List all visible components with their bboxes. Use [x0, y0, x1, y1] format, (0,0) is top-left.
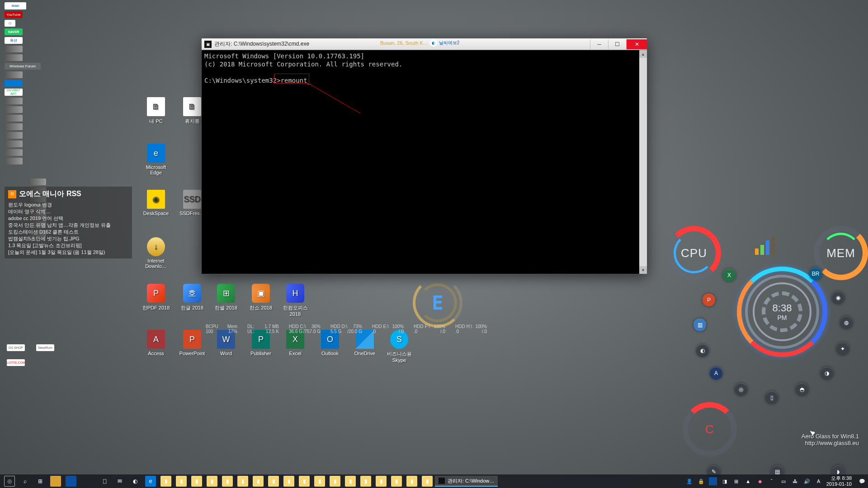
taskbar-folder-10-icon[interactable]: ▮ [314, 476, 325, 487]
tray-app-2[interactable]: ◨ [721, 477, 729, 485]
bookmark-lotte[interactable]: LOTTE.COM [7, 359, 25, 366]
taskbar-explorer-icon[interactable]: ▮ [160, 476, 171, 487]
bookmark-naver[interactable]: NAVER [5, 28, 23, 35]
task-view-icon[interactable]: ⊞ [35, 476, 46, 487]
taskbar-ie-icon[interactable]: ◐ [130, 476, 141, 487]
mini-app-8[interactable]: ◍ [840, 316, 853, 329]
mini-app-4[interactable]: ▯ [765, 391, 778, 404]
start-button[interactable]: ◎ [4, 476, 15, 487]
desktop-mypc[interactable]: 🗎내 PC [140, 97, 172, 125]
bookmark-other-6[interactable] [5, 106, 23, 113]
tray-app-3[interactable]: ⊞ [732, 477, 741, 485]
rss-item[interactable]: 밥캠설치5초만에 벗기는 팁.JPG [8, 235, 128, 242]
rss-item[interactable]: 중국서 만든 유명 납치 앱…각종 개인정보 유출 [8, 222, 128, 229]
taskbar-folder-4-icon[interactable]: ▮ [222, 476, 233, 487]
bookmark-other-8[interactable] [5, 123, 23, 130]
bookmark-other-10[interactable] [5, 141, 23, 147]
mini-app-2[interactable]: A [710, 367, 722, 380]
tray-app-5[interactable]: ◆ [756, 477, 764, 485]
cmd-scrollbar[interactable]: ▲ ▼ [639, 50, 647, 274]
bookmark-other-7[interactable] [5, 115, 23, 122]
rss-item[interactable]: adobe cc 2019 언어 선택 [8, 215, 128, 222]
tray-lock-icon[interactable]: 🔒 [697, 477, 705, 485]
taskbar-app-cmd[interactable]: 관리자: C:\Window… [435, 476, 498, 487]
desktop-hangul[interactable]: 호한글 2018 [176, 284, 208, 311]
mini-app-5[interactable]: ◓ [796, 383, 808, 396]
desktop-access[interactable]: AAccess [140, 330, 172, 356]
bookmark-msn[interactable]: msn [5, 2, 26, 9]
mini-ppt-icon[interactable]: P [703, 294, 715, 306]
taskbar-store-icon[interactable]: ⎕ [99, 476, 110, 487]
tray-ime[interactable]: A [815, 477, 823, 485]
desktop-hansel[interactable]: ⊞한셀 2018 [210, 284, 242, 311]
scroll-down-icon[interactable]: ▼ [639, 266, 647, 274]
bookmark-pair-1[interactable] [28, 178, 46, 185]
bookmark-other-11[interactable] [5, 149, 23, 156]
bookmark-other-3[interactable] [5, 71, 23, 78]
taskbar-folder-3-icon[interactable]: ▮ [207, 476, 217, 487]
mini-app-10[interactable]: BR [809, 267, 822, 280]
tray-notifications-icon[interactable]: 💬 [858, 477, 866, 485]
tray-volume-icon[interactable]: 🔊 [803, 477, 811, 485]
bookmark-other-4[interactable] [5, 80, 23, 87]
mini-app-9[interactable]: ◉ [832, 291, 844, 304]
desktop-hansho[interactable]: ▣한쇼 2018 [245, 284, 277, 311]
desktop-idm[interactable]: ↓Internet Downlo… [140, 237, 172, 269]
bookmark-other-2[interactable] [5, 54, 23, 61]
mini-app-7[interactable]: ✦ [836, 343, 849, 355]
taskbar-mail-icon[interactable]: ✉ [114, 476, 125, 487]
mini-app-6[interactable]: ◑ [821, 367, 833, 380]
taskbar-pin-1[interactable] [50, 476, 61, 487]
bookmark-auction[interactable]: 옥션 [5, 37, 23, 44]
rss-item[interactable]: 1.3 목요일 [고발뉴스 조간브리핑] [8, 242, 128, 249]
close-button[interactable]: ✕ [626, 39, 647, 49]
mini-excel-icon[interactable]: X [723, 269, 736, 282]
tray-network-icon[interactable]: 🖧 [791, 477, 799, 485]
bookmark-other-5[interactable] [5, 98, 23, 104]
bookmark-other-9[interactable] [5, 132, 23, 139]
desktop-deskspace[interactable]: ◉DeskSpace [140, 190, 172, 216]
tray-chevron-up-icon[interactable]: ˆ [768, 477, 776, 485]
tray-app-1[interactable] [709, 477, 717, 485]
bookmark-windows-forum[interactable]: Windows Forum [5, 63, 41, 70]
center-e-widget[interactable]: E [413, 278, 462, 328]
desktop-skype[interactable]: S비즈니스용 Skype [383, 330, 415, 363]
taskbar-clock[interactable]: 오후 8:38 2019-01-10 [826, 475, 854, 487]
tray-app-4[interactable]: ▲ [744, 477, 752, 485]
bookmark-youtube[interactable]: YouTube [5, 11, 23, 18]
mini-app-1[interactable]: ◐ [696, 344, 709, 357]
cmd-body[interactable]: Microsoft Windows [Version 10.0.17763.19… [202, 50, 647, 86]
mini-folders-icon[interactable]: ▥ [693, 319, 706, 331]
scroll-up-icon[interactable]: ▲ [639, 50, 647, 58]
taskbar-folder-11-icon[interactable]: ▮ [330, 476, 340, 487]
taskbar-folder-13-icon[interactable]: ▮ [360, 476, 371, 487]
taskbar-edge-icon[interactable]: e [145, 476, 156, 487]
taskbar-pin-2[interactable] [66, 476, 76, 487]
minimize-button[interactable]: ─ [590, 39, 608, 49]
bookmark-needrom[interactable]: NeedRom [36, 344, 54, 351]
taskbar-folder-7-icon[interactable]: ▮ [268, 476, 279, 487]
bookmark-deviantart[interactable]: DEVIANT ART [5, 89, 23, 96]
bookmark-google[interactable]: G [5, 20, 15, 27]
bookmark-gshop[interactable]: GS SHOP [7, 344, 25, 351]
rss-item[interactable]: 도킹스테이션 D162 클론 테스트 [8, 229, 128, 235]
taskbar-folder-12-icon[interactable]: ▮ [345, 476, 356, 487]
desktop-hanpdf[interactable]: P한PDF 2018 [140, 284, 172, 311]
taskbar-folder-2-icon[interactable]: ▮ [191, 476, 202, 487]
mini-app-3[interactable]: ◎ [735, 383, 747, 396]
taskbar-folder-5-icon[interactable]: ▮ [237, 476, 248, 487]
taskbar-folder-14-icon[interactable]: ▮ [376, 476, 387, 487]
taskbar-folder-16-icon[interactable]: ▮ [406, 476, 417, 487]
desktop-hanoffice[interactable]: H한컴오피스 2018 [279, 284, 311, 317]
cmd-titlebar[interactable]: ▣ 관리자: C:\Windows\system32\cmd.exe Busan… [202, 38, 647, 50]
taskbar-folder-15-icon[interactable]: ▮ [391, 476, 402, 487]
taskbar-folder-8-icon[interactable]: ▮ [283, 476, 294, 487]
rss-item[interactable]: 윈도우 logonui 변경 [8, 202, 128, 208]
search-icon[interactable]: ⌕ [19, 476, 30, 487]
taskbar-folder-9-icon[interactable]: ▮ [299, 476, 310, 487]
bookmark-other-12[interactable] [5, 158, 23, 164]
desktop-powerpoint[interactable]: PPowerPoint [176, 330, 208, 356]
bookmark-other-1[interactable] [5, 46, 23, 52]
taskbar-folder-6-icon[interactable]: ▮ [253, 476, 264, 487]
rss-item[interactable]: 데이터 영구 삭제… [8, 208, 128, 215]
